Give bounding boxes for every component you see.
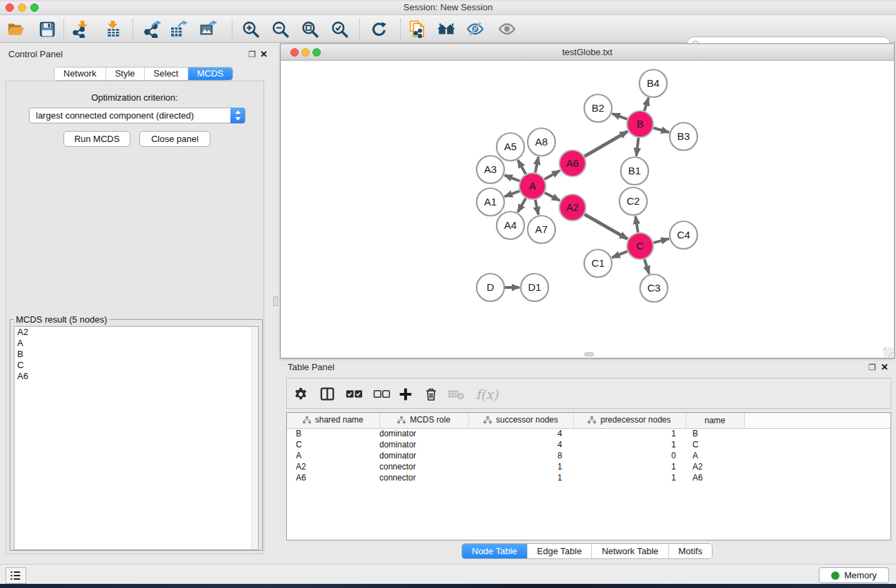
mcds-result-item[interactable]: A2 [14, 327, 258, 338]
deselect-all-button[interactable] [370, 378, 393, 409]
tab-node-table[interactable]: Node Table [462, 544, 528, 558]
table-cell[interactable]: A2 [686, 461, 744, 472]
mcds-result-item[interactable]: C [14, 360, 258, 371]
table-cell[interactable]: 4 [468, 428, 573, 439]
control-panel-float-button[interactable]: ❐ [248, 50, 256, 59]
table-row[interactable]: A2connector11A2 [287, 461, 891, 472]
graph-edge-A6-B[interactable] [584, 132, 628, 156]
graph-edge-B-B2[interactable] [613, 114, 628, 119]
zoom-in-button[interactable] [239, 17, 262, 41]
graph-edge-A-A7[interactable] [535, 200, 539, 215]
table-cell[interactable]: 0 [573, 450, 686, 461]
delete-table-button[interactable] [445, 378, 468, 409]
graph-edge-B-B4[interactable] [644, 98, 648, 111]
export-table-button[interactable] [167, 17, 190, 41]
table-cell[interactable]: 1 [573, 472, 686, 483]
table-cell[interactable]: A6 [686, 472, 744, 483]
table-cell[interactable]: B [686, 428, 744, 439]
delete-column-button[interactable] [419, 378, 443, 409]
mcds-result-list[interactable]: A2ABCA6 [14, 326, 259, 550]
import-table-button[interactable] [102, 17, 126, 41]
table-cell[interactable]: 1 [573, 461, 686, 472]
table-row[interactable]: Adominator80A [287, 450, 891, 461]
zoom-selected-button[interactable] [328, 17, 351, 41]
table-row[interactable]: Cdominator41C [287, 439, 891, 450]
table-cell[interactable]: 4 [468, 439, 573, 450]
mcds-result-item[interactable]: A6 [14, 371, 258, 382]
graph-edge-C-C3[interactable] [644, 259, 649, 274]
table-cell[interactable]: 1 [573, 439, 686, 450]
table-panel-float-button[interactable]: ❐ [868, 363, 876, 372]
graph-edge-C-C1[interactable] [612, 252, 627, 258]
tab-select[interactable]: Select [145, 68, 188, 80]
column-header-name[interactable]: name [686, 413, 744, 428]
close-panel-button[interactable]: Close panel [139, 131, 210, 147]
table-row[interactable]: A6connector11A6 [287, 472, 891, 483]
graph-edge-A-A8[interactable] [535, 157, 539, 173]
tab-mcds[interactable]: MCDS [188, 68, 232, 80]
graph-edge-A2-C[interactable] [584, 214, 627, 239]
show-all-button[interactable] [495, 17, 519, 41]
table-cell[interactable]: dominator [379, 450, 468, 461]
table-cell[interactable]: C [287, 439, 379, 450]
graph-edge-B-B1[interactable] [637, 138, 639, 156]
column-header-predecessor-nodes[interactable]: predecessor nodes [573, 413, 686, 428]
zoom-out-button[interactable] [268, 17, 292, 41]
graph-edge-A-A5[interactable] [518, 160, 526, 174]
tab-network-table[interactable]: Network Table [592, 544, 668, 558]
tab-network[interactable]: Network [54, 68, 106, 80]
mcds-result-item[interactable]: B [14, 349, 258, 360]
table-cell[interactable]: A2 [287, 461, 379, 472]
export-network-button[interactable] [141, 17, 164, 41]
open-file-button[interactable] [4, 17, 28, 41]
list-scrollbar[interactable] [251, 327, 258, 549]
column-header-MCDS-role[interactable]: MCDS role [379, 413, 468, 428]
hide-selection-button[interactable] [464, 17, 487, 41]
table-cell[interactable]: connector [379, 461, 468, 472]
table-cell[interactable]: dominator [379, 428, 468, 439]
criterion-dropdown[interactable]: largest connected component (directed) [29, 108, 246, 123]
network-hscroll-thumb[interactable] [584, 352, 594, 356]
table-cell[interactable]: 1 [468, 472, 573, 483]
tab-motifs[interactable]: Motifs [669, 544, 713, 558]
table-row[interactable]: Bdominator41B [287, 428, 891, 439]
table-cell[interactable]: 8 [468, 450, 573, 461]
panel-splitter-handle[interactable] [273, 296, 278, 306]
function-builder-button[interactable]: f(x) [472, 378, 502, 409]
table-cell[interactable]: connector [379, 472, 468, 483]
graph-edge-A-A4[interactable] [518, 198, 526, 212]
table-settings-button[interactable] [289, 378, 312, 409]
task-history-button[interactable] [6, 567, 26, 584]
tab-style[interactable]: Style [106, 68, 145, 80]
graph-edge-C-C2[interactable] [635, 216, 638, 232]
column-header-successor-nodes[interactable]: successor nodes [468, 413, 573, 428]
mcds-result-item[interactable]: A [14, 338, 258, 349]
table-cell[interactable]: B [287, 428, 379, 439]
apply-layout-button[interactable] [367, 17, 390, 41]
network-canvas[interactable]: B4B2BB3A5A8A6B1A3AA1C2A2A4A7C4CC1C3DD1 [281, 61, 894, 358]
zoom-fit-button[interactable] [298, 17, 321, 41]
memory-button[interactable]: Memory [819, 567, 889, 583]
graph-edge-A-A6[interactable] [544, 170, 559, 179]
export-image-button[interactable] [197, 17, 220, 41]
table-cell[interactable]: 1 [468, 461, 573, 472]
run-mcds-button[interactable]: Run MCDS [63, 131, 130, 147]
new-network-from-selection-button[interactable] [406, 17, 429, 41]
table-panel-close-button[interactable]: ✕ [881, 362, 888, 372]
table-cell[interactable]: A [287, 450, 379, 461]
import-network-button[interactable] [70, 17, 93, 41]
select-all-button[interactable] [342, 378, 366, 409]
graph-edge-C-C4[interactable] [653, 239, 668, 243]
graph-edge-A-A1[interactable] [505, 191, 520, 196]
first-neighbors-button[interactable] [435, 17, 458, 41]
table-cell[interactable]: 1 [573, 428, 686, 439]
tab-edge-table[interactable]: Edge Table [528, 544, 593, 558]
graph-edge-A-A3[interactable] [504, 175, 519, 181]
create-column-button[interactable] [394, 378, 417, 409]
table-cell[interactable]: A [686, 450, 744, 461]
control-panel-close-button[interactable]: ✕ [260, 49, 268, 59]
table-header[interactable]: shared nameMCDS rolesuccessor nodesprede… [287, 413, 891, 428]
column-header-shared-name[interactable]: shared name [287, 413, 379, 428]
save-session-button[interactable] [35, 17, 59, 41]
network-window-titlebar[interactable]: testGlobe.txt [281, 44, 894, 61]
